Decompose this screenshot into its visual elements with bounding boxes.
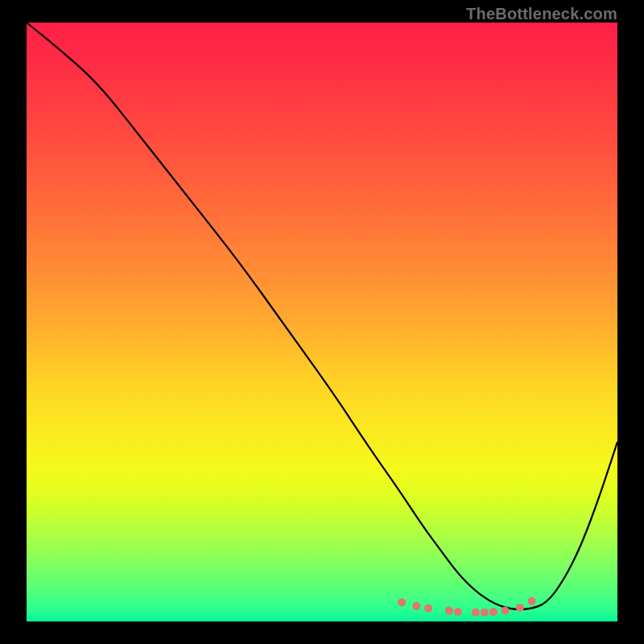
highlight-dot [481, 609, 489, 617]
chart-overlay [27, 23, 617, 621]
highlight-dot [445, 607, 453, 615]
highlight-dot [502, 607, 510, 615]
highlight-dot [398, 598, 406, 606]
highlight-dots-group [398, 597, 535, 617]
chart-frame: TheBottleneck.com [0, 0, 644, 644]
watermark-text: TheBottleneck.com [466, 5, 617, 23]
highlight-dot [412, 602, 420, 610]
highlight-dot [472, 609, 480, 617]
highlight-dot [454, 608, 462, 616]
bottleneck-curve-line [27, 23, 617, 609]
highlight-dot [424, 605, 432, 613]
highlight-dot [528, 597, 536, 605]
highlight-dot [516, 604, 524, 612]
highlight-dot [489, 608, 497, 616]
